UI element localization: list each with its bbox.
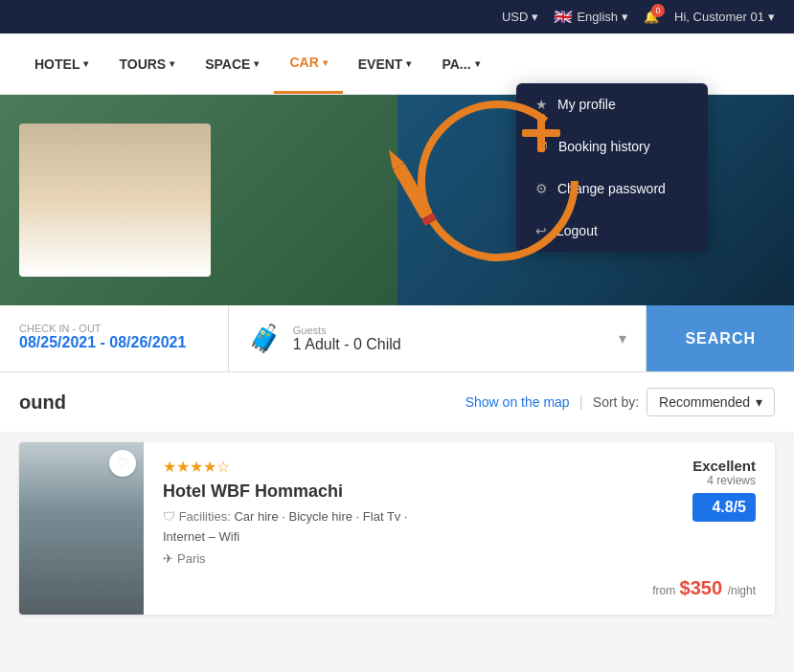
- gear-icon: ⚙: [535, 181, 548, 196]
- price-unit: /night: [728, 584, 756, 597]
- search-bar: Check In - Out 08/25/2021 - 08/26/2021 🧳…: [0, 305, 794, 372]
- currency-chevron: ▾: [532, 10, 538, 24]
- hotel-location: ✈ Paris: [163, 551, 602, 566]
- sort-chevron-icon: ▾: [756, 394, 762, 410]
- hotel-facilities: 🛡 Facilities: Car hire · Bicycle hire · …: [163, 509, 602, 524]
- nav-item-hotel[interactable]: HOTEL ▾: [19, 35, 103, 93]
- chevron-down-icon: ▾: [254, 58, 259, 69]
- nav-item-tours[interactable]: TOURS ▾: [103, 35, 190, 93]
- sort-divider: |: [579, 393, 583, 411]
- user-chevron: ▾: [768, 10, 775, 24]
- guests-field[interactable]: 🧳 Guests 1 Adult - 0 Child ▾: [229, 305, 647, 371]
- sort-dropdown[interactable]: Recommended ▾: [647, 388, 775, 416]
- dropdown-my-profile[interactable]: ★ My profile: [516, 83, 708, 125]
- chevron-down-icon: ▾: [170, 58, 174, 69]
- guests-chevron-icon: ▾: [619, 329, 626, 347]
- dropdown-item-label: Logout: [556, 223, 598, 238]
- sort-value: Recommended: [659, 394, 750, 410]
- facility-flat-tv: Flat Tv ·: [363, 509, 408, 524]
- hotel-card: ♡ ★★★★☆ Hotel WBF Hommachi 🛡 Facilities:…: [19, 442, 775, 615]
- hotel-name: Hotel WBF Hommachi: [163, 482, 602, 502]
- language-chevron: ▾: [622, 10, 628, 24]
- facility-car-hire: Car hire ·: [234, 509, 288, 524]
- date-range-label: Check In - Out: [19, 323, 209, 334]
- chevron-down-icon: ▾: [406, 58, 411, 69]
- currency-selector[interactable]: USD ▾: [502, 10, 538, 24]
- notification-badge: 0: [651, 4, 665, 17]
- price-from-label: from: [652, 584, 675, 597]
- main-nav: HOTEL ▾ TOURS ▾ SPACE ▾ CAR ▾ EVENT ▾ PA…: [0, 34, 794, 95]
- dropdown-item-label: My profile: [557, 97, 616, 112]
- results-area: ♡ ★★★★☆ Hotel WBF Hommachi 🛡 Facilities:…: [0, 442, 794, 643]
- dropdown-booking-history[interactable]: ⏱ Booking history: [516, 125, 708, 168]
- user-dropdown-menu: ★ My profile ⏱ Booking history ⚙ Change …: [516, 83, 708, 252]
- flag-icon: 🇬🇧: [554, 8, 573, 26]
- sort-label: Sort by:: [593, 394, 639, 410]
- date-range-value: 08/25/2021 - 08/26/2021: [19, 334, 209, 351]
- hero-bed-image: [19, 123, 211, 277]
- dropdown-logout[interactable]: ↩ Logout: [516, 210, 708, 252]
- user-menu-trigger[interactable]: Hi, Customer 01 ▾: [674, 10, 775, 24]
- nav-item-pages[interactable]: PA... ▾: [426, 35, 494, 93]
- facility-bicycle-hire: Bicycle hire ·: [289, 509, 363, 524]
- chevron-down-icon: ▾: [83, 58, 88, 69]
- hotel-price: from $350 /night: [652, 549, 756, 599]
- location-icon: ✈: [163, 551, 173, 566]
- guests-label: Guests: [293, 325, 608, 336]
- facilities-label: 🛡 Facilities:: [163, 509, 234, 524]
- rating-text: Excellent 4 reviews 4.8/5: [692, 458, 756, 522]
- rating-label: Excellent: [692, 458, 756, 474]
- logout-icon: ↩: [535, 223, 547, 238]
- notifications-bell[interactable]: 🔔 0: [644, 10, 659, 24]
- rating-reviews: 4 reviews: [692, 474, 756, 487]
- results-header: ound Show on the map | Sort by: Recommen…: [0, 372, 794, 433]
- language-label: English: [577, 10, 618, 24]
- location-value: Paris: [177, 551, 206, 566]
- price-value: $350: [680, 577, 728, 598]
- hotel-rating-panel: Excellent 4 reviews 4.8/5 from $350 /nig…: [622, 442, 775, 615]
- show-on-map-link[interactable]: Show on the map: [465, 394, 570, 410]
- hotel-stars: ★★★★☆: [163, 458, 602, 476]
- dropdown-change-password[interactable]: ⚙ Change password: [516, 168, 708, 210]
- user-label: Hi, Customer 01: [674, 10, 764, 24]
- date-range-field[interactable]: Check In - Out 08/25/2021 - 08/26/2021: [0, 305, 229, 371]
- history-icon: ⏱: [535, 139, 549, 154]
- dropdown-item-label: Booking history: [558, 139, 650, 154]
- search-button[interactable]: SEARCH: [647, 305, 794, 371]
- rating-score: 4.8/5: [692, 493, 756, 522]
- dropdown-item-label: Change password: [557, 181, 666, 196]
- nav-item-space[interactable]: SPACE ▾: [190, 35, 274, 93]
- nav-item-event[interactable]: EVENT ▾: [343, 35, 427, 93]
- guests-icon: 🧳: [248, 323, 282, 354]
- hero-image-left: [0, 95, 397, 305]
- nav-item-car[interactable]: CAR ▾: [274, 34, 342, 94]
- hotel-info: ★★★★☆ Hotel WBF Hommachi 🛡 Facilities: C…: [144, 442, 622, 615]
- hotel-image-container: ♡: [19, 442, 144, 615]
- results-title: ound: [19, 392, 465, 414]
- top-bar: USD ▾ 🇬🇧 English ▾ 🔔 0 Hi, Customer 01 ▾: [0, 0, 794, 34]
- wishlist-button[interactable]: ♡: [109, 450, 136, 477]
- guests-info: Guests 1 Adult - 0 Child: [293, 325, 608, 353]
- hotel-wifi: Internet – Wifi: [163, 529, 602, 544]
- chevron-down-icon: ▾: [475, 58, 480, 69]
- language-selector[interactable]: 🇬🇧 English ▾: [554, 8, 628, 26]
- profile-icon: ★: [535, 97, 548, 112]
- currency-label: USD: [502, 10, 528, 24]
- chevron-down-icon: ▾: [323, 57, 328, 68]
- guests-value: 1 Adult - 0 Child: [293, 336, 608, 353]
